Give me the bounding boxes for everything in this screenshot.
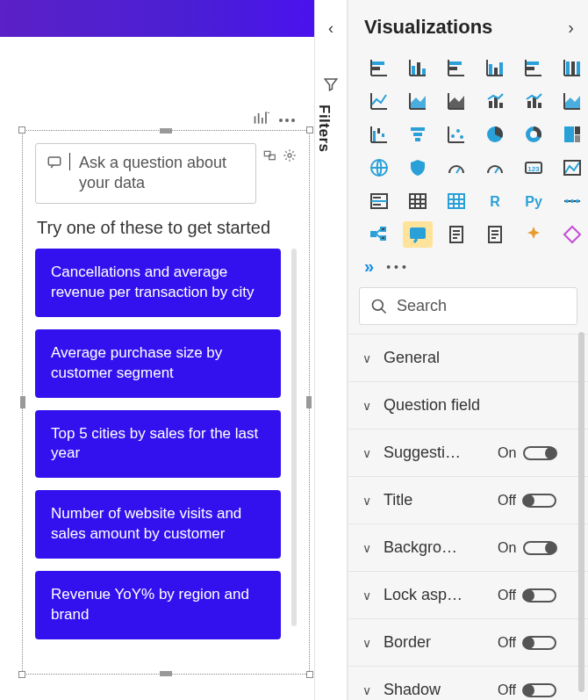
viz-type-multi-row-card[interactable]	[364, 188, 394, 214]
svg-rect-55	[413, 133, 422, 136]
svg-point-91	[565, 199, 569, 203]
svg-rect-34	[577, 61, 580, 75]
svg-rect-94	[371, 232, 376, 236]
viz-type-gauge[interactable]	[480, 155, 510, 181]
property-suggesti[interactable]: ∨Suggesti…On	[348, 429, 588, 476]
toggle-switch[interactable]	[523, 541, 556, 555]
viz-type-card[interactable]: 123	[519, 155, 549, 181]
filters-pane-collapsed[interactable]: ‹ Filters	[314, 0, 348, 700]
property-border[interactable]: ∨BorderOff	[348, 618, 588, 666]
svg-rect-53	[382, 134, 384, 137]
property-backgro[interactable]: ∨Backgro…On	[348, 523, 588, 571]
viz-type-scatter[interactable]	[441, 121, 471, 148]
toggle-switch[interactable]	[523, 494, 556, 508]
viz-type-map[interactable]	[364, 155, 394, 181]
viz-type-power-apps[interactable]	[519, 221, 549, 248]
viz-type-matrix[interactable]	[441, 188, 471, 214]
visualizations-title: Visualizations	[364, 16, 492, 39]
svg-rect-44	[527, 101, 531, 108]
viz-type-table[interactable]	[403, 188, 433, 214]
qna-suggestion[interactable]: Average purchase size by customer segmen…	[35, 329, 281, 398]
viz-type-filled-map[interactable]	[403, 155, 433, 181]
toggle-switch[interactable]	[523, 588, 556, 603]
svg-text:123: 123	[527, 165, 540, 173]
property-label: Lock asp…	[384, 586, 489, 604]
viz-type-kpi[interactable]	[557, 155, 587, 181]
qna-scrollbar[interactable]	[291, 249, 297, 626]
gear-icon[interactable]	[283, 148, 297, 166]
property-toggle[interactable]: Off	[498, 493, 556, 509]
collapse-visualizations-icon[interactable]: ›	[568, 18, 574, 38]
viz-type-area[interactable]	[403, 88, 433, 114]
viz-type-clustered-bar[interactable]	[441, 54, 471, 81]
viz-type-paginated[interactable]	[480, 221, 510, 248]
viz-type-stacked-area[interactable]	[441, 88, 471, 114]
viz-type-key-influencers[interactable]	[557, 188, 587, 214]
viz-type-narrative[interactable]	[441, 221, 471, 248]
expand-filters-icon[interactable]: ‹	[315, 19, 347, 38]
get-more-visuals-icon[interactable]: »	[364, 256, 374, 277]
viz-type-py-visual[interactable]: Py	[519, 188, 549, 214]
viz-type-funnel[interactable]	[403, 121, 433, 148]
svg-rect-29	[527, 67, 534, 70]
qna-suggestion[interactable]: Cancellations and average revenue per tr…	[35, 249, 281, 317]
viz-type-100-stacked-bar[interactable]	[519, 54, 549, 81]
viz-type-treemap[interactable]	[557, 121, 587, 148]
funnel-icon	[315, 76, 347, 96]
viz-type-decomposition-tree[interactable]	[364, 221, 394, 248]
toggle-switch[interactable]	[523, 446, 556, 460]
chevron-down-icon: ∨	[362, 588, 375, 603]
svg-rect-52	[377, 128, 380, 134]
property-lockasp[interactable]: ∨Lock asp…Off	[348, 571, 588, 618]
toggle-switch[interactable]	[523, 636, 556, 650]
viz-type-donut[interactable]	[519, 121, 549, 148]
more-visuals-icon[interactable]: •••	[386, 260, 410, 274]
viz-type-qna[interactable]	[403, 221, 433, 248]
property-shadow[interactable]: ∨ShadowOff	[348, 666, 588, 700]
toggle-state: Off	[498, 635, 516, 651]
viz-type-shape-map[interactable]	[441, 155, 471, 181]
viz-type-ribbon[interactable]	[557, 88, 587, 114]
more-options-icon[interactable]	[279, 109, 295, 131]
viz-type-stacked-column[interactable]	[403, 54, 433, 81]
property-toggle[interactable]: Off	[498, 588, 556, 603]
property-questionfield[interactable]: ∨Question field	[348, 381, 588, 429]
properties-scrollbar[interactable]	[578, 332, 584, 692]
viz-type-line-stacked-column[interactable]	[480, 88, 510, 114]
search-placeholder: Search	[397, 297, 447, 315]
property-general[interactable]: ∨General	[348, 334, 588, 381]
qna-suggestion[interactable]: Revenue YoY% by region and brand	[35, 571, 281, 639]
search-input[interactable]: Search	[359, 287, 577, 325]
viz-type-waterfall[interactable]	[364, 121, 394, 148]
property-toggle[interactable]: On	[498, 445, 556, 461]
viz-type-100-stacked-column[interactable]	[557, 54, 587, 81]
viz-type-power-automate[interactable]	[557, 221, 587, 248]
svg-rect-14	[412, 66, 415, 75]
svg-point-108	[373, 299, 384, 310]
viz-type-r-visual[interactable]: R	[480, 188, 510, 214]
svg-rect-19	[449, 61, 462, 65]
svg-rect-65	[564, 126, 574, 142]
bar-preview-icon[interactable]	[253, 109, 270, 131]
svg-text:R: R	[490, 194, 500, 209]
qna-suggestion[interactable]: Number of website visits and sales amoun…	[35, 490, 281, 559]
svg-rect-66	[575, 126, 580, 134]
convert-visual-icon[interactable]	[263, 148, 277, 166]
toggle-state: On	[498, 445, 516, 461]
viz-type-clustered-column[interactable]	[480, 54, 510, 81]
property-toggle[interactable]: Off	[498, 682, 556, 698]
property-label: General	[384, 349, 489, 367]
property-toggle[interactable]: On	[498, 540, 556, 556]
toggle-switch[interactable]	[523, 683, 556, 697]
viz-type-line[interactable]	[364, 88, 394, 114]
property-title[interactable]: ∨TitleOff	[348, 476, 588, 523]
viz-type-pie[interactable]	[480, 121, 510, 148]
qna-suggestion[interactable]: Top 5 cities by sales for the last year	[35, 410, 281, 479]
qna-question-input[interactable]: Ask a question about your data	[35, 143, 256, 204]
qna-placeholder: Ask a question about your data	[79, 153, 245, 194]
report-canvas: Ask a question about your data	[0, 0, 314, 700]
property-toggle[interactable]: Off	[498, 635, 556, 651]
viz-type-stacked-bar[interactable]	[364, 54, 394, 81]
viz-type-line-clustered-column[interactable]	[519, 88, 549, 114]
qna-visual[interactable]: Ask a question about your data	[22, 130, 310, 675]
